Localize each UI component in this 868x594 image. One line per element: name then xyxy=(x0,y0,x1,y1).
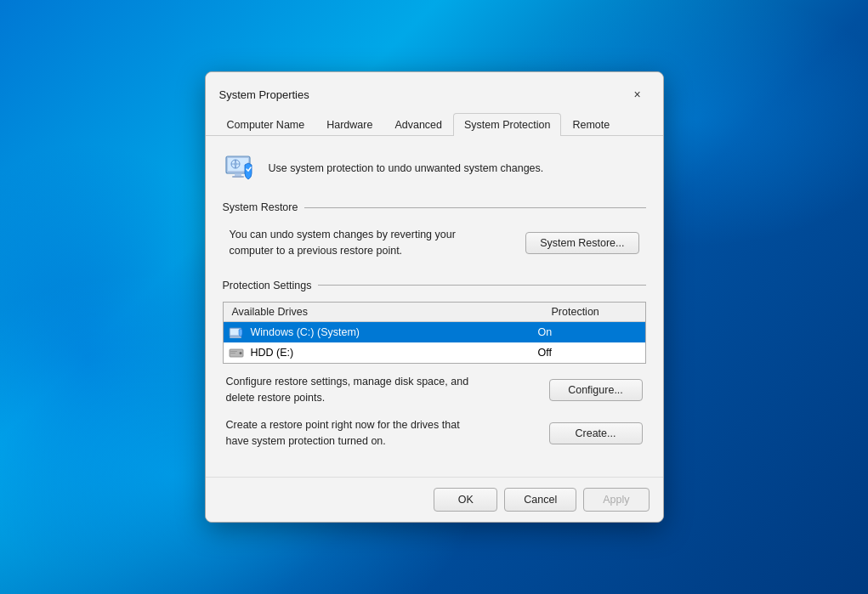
tab-remote[interactable]: Remote xyxy=(561,113,621,136)
svg-rect-12 xyxy=(230,353,235,354)
protection-section-label: Protection Settings xyxy=(223,280,312,291)
configure-description: Configure restore settings, manage disk … xyxy=(226,374,481,406)
svg-rect-3 xyxy=(232,176,244,178)
restore-divider-line xyxy=(304,207,645,208)
svg-rect-8 xyxy=(230,337,241,338)
protection-divider-line xyxy=(318,285,645,286)
tabs-bar: Computer Name Hardware Advanced System P… xyxy=(206,113,663,136)
restore-row: You can undo system changes by reverting… xyxy=(223,223,646,263)
dialog-title: System Properties xyxy=(219,88,309,101)
cancel-button[interactable]: Cancel xyxy=(504,488,576,512)
tab-advanced[interactable]: Advanced xyxy=(383,113,453,136)
title-bar: System Properties × xyxy=(206,72,663,113)
header-section: Use system protection to undo unwanted s… xyxy=(223,150,646,188)
drives-table-header: Available Drives Protection xyxy=(224,303,645,322)
drive-c-icon xyxy=(229,325,247,340)
drives-table: Available Drives Protection Windows (C:)… xyxy=(223,302,646,364)
restore-section-label: System Restore xyxy=(223,201,298,213)
protection-settings-section: Protection Settings Available Drives Pro… xyxy=(223,280,646,450)
create-section: Create a restore point right now for the… xyxy=(223,417,646,450)
header-description: Use system protection to undo unwanted s… xyxy=(269,161,544,177)
drive-row-c[interactable]: Windows (C:) (System) On xyxy=(224,322,645,342)
drive-row-e[interactable]: HDD (E:) Off xyxy=(224,342,645,363)
drive-c-protection: On xyxy=(538,326,640,338)
system-properties-dialog: System Properties × Computer Name Hardwa… xyxy=(205,71,664,523)
drive-c-name: Windows (C:) (System) xyxy=(251,326,538,338)
system-restore-section: System Restore You can undo system chang… xyxy=(223,201,646,263)
drive-e-icon xyxy=(229,345,247,360)
svg-rect-11 xyxy=(230,351,237,352)
create-description: Create a restore point right now for the… xyxy=(226,417,481,450)
svg-rect-2 xyxy=(235,173,241,176)
tab-system-protection[interactable]: System Protection xyxy=(453,113,561,136)
tab-content: Use system protection to undo unwanted s… xyxy=(206,136,663,477)
tab-hardware[interactable]: Hardware xyxy=(315,113,383,136)
drives-col-name: Available Drives xyxy=(224,303,543,321)
ok-button[interactable]: OK xyxy=(434,488,497,512)
apply-button[interactable]: Apply xyxy=(583,488,649,512)
restore-description: You can undo system changes by reverting… xyxy=(230,227,468,259)
configure-button[interactable]: Configure... xyxy=(549,379,643,401)
drive-e-protection: Off xyxy=(538,347,640,359)
protection-divider: Protection Settings xyxy=(223,280,646,291)
dialog-footer: OK Cancel Apply xyxy=(206,477,663,522)
configure-section: Configure restore settings, manage disk … xyxy=(223,374,646,406)
svg-point-10 xyxy=(239,352,241,354)
shield-icon xyxy=(223,150,258,188)
restore-divider: System Restore xyxy=(223,201,646,213)
drives-col-protection: Protection xyxy=(543,303,645,321)
create-button[interactable]: Create... xyxy=(549,422,643,444)
system-restore-button[interactable]: System Restore... xyxy=(525,232,638,254)
drive-e-name: HDD (E:) xyxy=(251,347,538,359)
tab-computer-name[interactable]: Computer Name xyxy=(216,113,316,136)
close-button[interactable]: × xyxy=(626,82,650,106)
